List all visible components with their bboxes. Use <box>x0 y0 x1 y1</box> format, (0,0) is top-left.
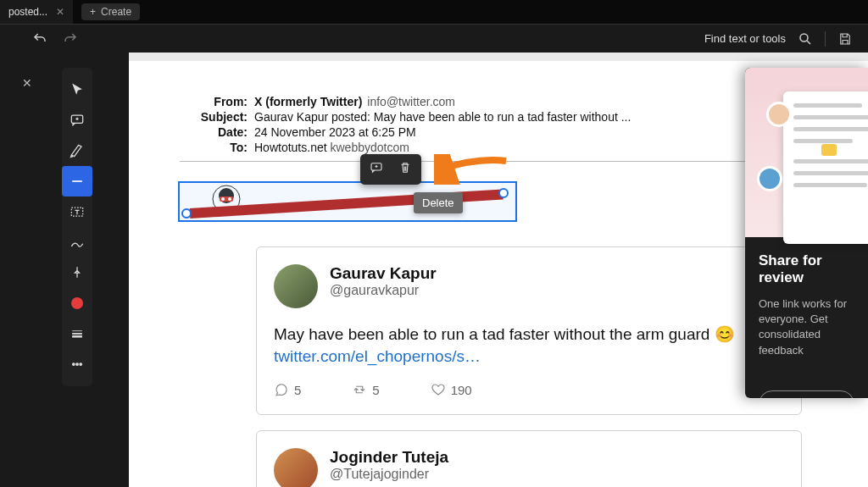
find-label: Find text or tools <box>704 32 786 45</box>
to-label: To: <box>180 141 248 154</box>
panel-close-icon[interactable]: ✕ <box>22 76 32 90</box>
dismiss-button[interactable]: Dismiss <box>759 390 854 398</box>
main-toolbar: Find text or tools <box>0 24 868 53</box>
active-tab[interactable]: posted... ✕ <box>0 0 73 24</box>
to-email: kwebbydotcom <box>331 141 409 154</box>
email-header: From:X (formerly Twitter)info@twitter.co… <box>180 95 817 154</box>
create-label: Create <box>101 6 131 18</box>
redo-button[interactable] <box>63 31 78 47</box>
save-button[interactable] <box>837 31 853 47</box>
tweet-author-handle: @gauravkapur <box>330 283 437 298</box>
tab-close-icon[interactable]: ✕ <box>56 6 64 18</box>
tweet-stats: 5 5 190 <box>274 382 784 397</box>
line-handle-start[interactable] <box>181 208 192 219</box>
tweet-author-handle: @Tutejajoginder <box>330 467 448 482</box>
draw-tool[interactable] <box>62 227 92 257</box>
svg-point-5 <box>80 363 82 366</box>
like-stat[interactable]: 190 <box>431 382 472 397</box>
subject-label: Subject: <box>180 110 248 124</box>
from-email: info@twitter.com <box>367 95 455 108</box>
avatar-icon <box>757 166 782 191</box>
from-label: From: <box>180 95 248 108</box>
share-title: Share for review <box>759 252 854 286</box>
line-handle-end[interactable] <box>498 188 509 198</box>
share-illustration <box>745 68 868 237</box>
delete-icon[interactable] <box>398 160 413 179</box>
tweet-card-2: Joginder Tuteja @Tutejajoginder <box>256 430 802 487</box>
comment-bubble-icon <box>821 144 837 156</box>
date-label: Date: <box>180 125 248 139</box>
share-for-review-panel: Share for review One link works for ever… <box>745 68 868 398</box>
reply-stat[interactable]: 5 <box>274 382 301 397</box>
textbox-tool[interactable] <box>62 196 92 227</box>
svg-point-0 <box>800 34 808 42</box>
tab-title: posted... <box>8 6 47 18</box>
tab-bar: posted... ✕ + Create <box>0 0 868 24</box>
instruction-arrow-icon <box>434 154 510 185</box>
color-tool[interactable] <box>62 288 92 318</box>
subject-value: Gaurav Kapur posted: May have been able … <box>254 110 631 124</box>
tweet-body: May have been able to run a tad faster w… <box>274 324 784 367</box>
thickness-tool[interactable] <box>62 318 92 349</box>
tweet-author-name: Joginder Tuteja <box>330 448 448 467</box>
annotation-toolbar <box>360 154 421 185</box>
tweet-avatar <box>274 448 318 487</box>
undo-button[interactable] <box>32 31 47 47</box>
tweet-avatar <box>274 264 318 308</box>
comment-tool[interactable] <box>62 105 92 136</box>
avatar-icon <box>766 102 792 127</box>
line-tool[interactable] <box>62 166 92 196</box>
delete-tooltip: Delete <box>414 192 463 213</box>
toolbar-divider <box>825 31 826 47</box>
share-description: One link works for everyone. Get consoli… <box>759 296 854 358</box>
date-value: 24 November 2023 at 6:25 PM <box>254 125 416 139</box>
annotation-tool-strip <box>62 68 92 386</box>
left-panel: ✕ <box>0 53 57 487</box>
select-tool[interactable] <box>62 75 92 105</box>
create-tab[interactable]: + Create <box>81 3 140 20</box>
tweet-link[interactable]: twitter.com/el_chopernos/s… <box>274 347 481 365</box>
highlight-tool[interactable] <box>62 136 92 166</box>
retweet-stat[interactable]: 5 <box>352 382 379 397</box>
search-icon[interactable] <box>798 31 813 47</box>
pin-tool[interactable] <box>62 257 92 288</box>
plus-icon: + <box>90 6 96 18</box>
more-tools[interactable] <box>62 349 92 379</box>
tweet-card-1: Gaurav Kapur @gauravkapur May have been … <box>256 246 802 415</box>
from-name: X (formerly Twitter) <box>254 95 362 108</box>
tweet-author-name: Gaurav Kapur <box>330 264 437 283</box>
to-name: Howtotuts.net <box>254 141 327 154</box>
svg-point-3 <box>73 363 75 366</box>
svg-point-4 <box>76 363 79 366</box>
add-comment-icon[interactable] <box>369 160 384 179</box>
